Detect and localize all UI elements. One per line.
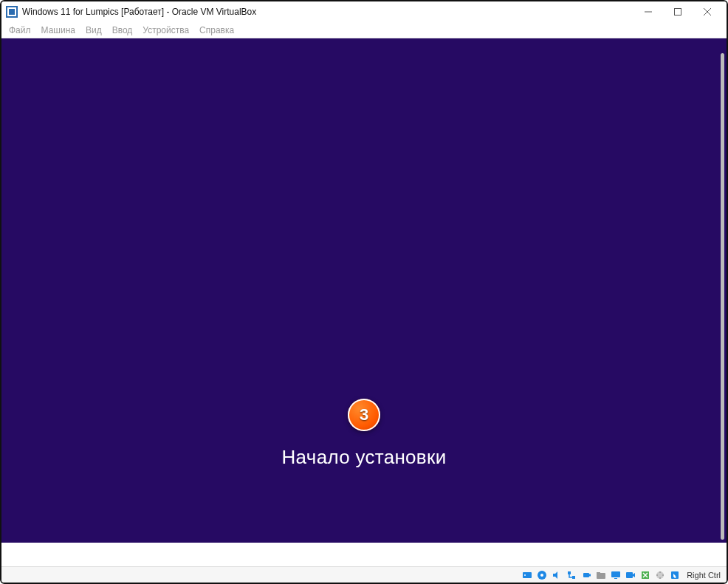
svg-rect-2 (9, 9, 15, 15)
svg-rect-14 (589, 574, 591, 576)
processor-icon[interactable] (654, 569, 666, 581)
optical-disc-icon[interactable] (536, 569, 548, 581)
svg-rect-13 (583, 573, 589, 577)
svg-rect-11 (568, 571, 571, 574)
svg-rect-12 (572, 576, 575, 579)
virtualbox-window: Windows 11 for Lumpics [Работает] - Orac… (1, 1, 727, 583)
menu-machine[interactable]: Машина (41, 25, 75, 35)
virtualbox-app-icon (6, 6, 18, 18)
scrollbar-vertical[interactable] (721, 53, 724, 540)
minimize-button[interactable] (633, 1, 663, 22)
menu-input[interactable]: Ввод (112, 25, 133, 35)
usb-icon[interactable] (580, 569, 592, 581)
audio-icon[interactable] (551, 569, 563, 581)
shared-folders-icon[interactable] (595, 569, 607, 581)
network-icon[interactable] (566, 569, 577, 581)
svg-rect-16 (597, 572, 600, 574)
menu-view[interactable]: Вид (86, 25, 102, 35)
menu-help[interactable]: Справка (199, 25, 234, 35)
vm-content: 3 Начало установки (1, 38, 727, 543)
display-icon[interactable] (610, 569, 622, 581)
maximize-button[interactable] (663, 1, 693, 22)
mouse-integration-icon[interactable] (669, 569, 681, 581)
svg-point-10 (540, 574, 543, 577)
install-status-text: Начало установки (282, 446, 447, 469)
statusbar: Right Ctrl (1, 566, 727, 583)
hard-disk-icon[interactable] (521, 569, 533, 581)
svg-rect-15 (597, 573, 605, 579)
menu-devices[interactable]: Устройства (142, 25, 189, 35)
host-key-label: Right Ctrl (685, 571, 721, 580)
step-number: 3 (360, 405, 368, 425)
bottom-gap (1, 544, 727, 566)
titlebar: Windows 11 for Lumpics [Работает] - Orac… (1, 1, 727, 22)
step-badge: 3 (348, 399, 380, 431)
window-title: Windows 11 for Lumpics [Работает] - Orac… (22, 7, 633, 17)
menu-file[interactable]: Файл (9, 25, 31, 35)
svg-rect-17 (611, 571, 620, 577)
svg-point-8 (524, 574, 526, 576)
guest-additions-icon[interactable] (639, 569, 651, 581)
svg-rect-19 (626, 572, 633, 578)
svg-rect-7 (523, 572, 532, 578)
svg-rect-4 (675, 9, 681, 16)
vm-display[interactable]: 3 Начало установки (1, 38, 727, 543)
close-button[interactable] (693, 1, 722, 22)
svg-rect-18 (614, 578, 617, 579)
recording-icon[interactable] (625, 569, 636, 581)
menubar: Файл Машина Вид Ввод Устройства Справка (1, 22, 727, 38)
